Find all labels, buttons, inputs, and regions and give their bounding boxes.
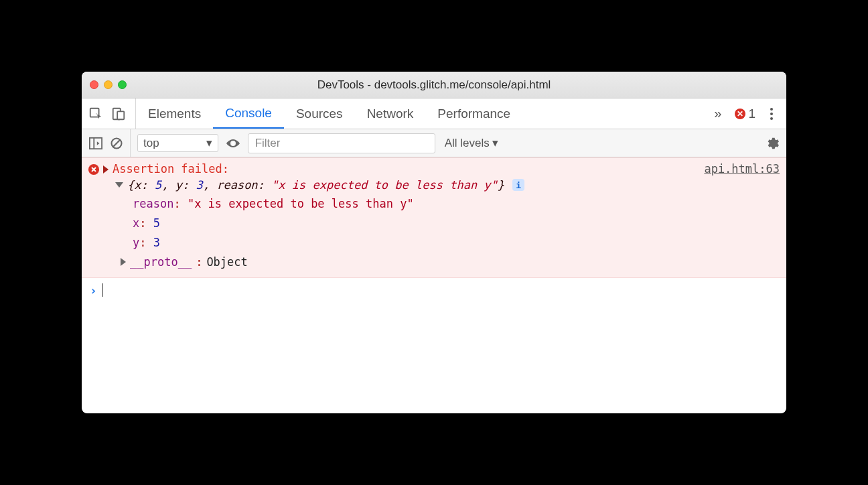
console-error-entry: Assertion failed: api.html:63 {x: 5, y: … bbox=[82, 157, 786, 278]
prop-row-proto[interactable]: __proto__: Object bbox=[121, 253, 780, 272]
info-icon[interactable]: i bbox=[512, 179, 524, 191]
prop-val: "x is expected to be less than y" bbox=[188, 197, 414, 210]
proto-val: Object bbox=[206, 253, 247, 272]
assertion-failed-label: Assertion failed: bbox=[113, 162, 229, 176]
kebab-menu-button[interactable] bbox=[764, 108, 780, 120]
prop-key: y bbox=[133, 236, 139, 249]
window-title: DevTools - devtools.glitch.me/console/ap… bbox=[82, 78, 786, 92]
text-cursor bbox=[102, 283, 103, 297]
prop-row-y[interactable]: y: 3 bbox=[133, 233, 780, 253]
preview-key-x: x bbox=[134, 178, 141, 192]
error-icon: ✕ bbox=[735, 109, 745, 119]
tab-console[interactable]: Console bbox=[213, 98, 284, 129]
prop-val: 3 bbox=[153, 236, 160, 249]
gear-icon[interactable] bbox=[765, 136, 780, 151]
prop-key: reason bbox=[133, 197, 173, 210]
error-count: 1 bbox=[748, 107, 755, 121]
preview-key-reason: reason bbox=[216, 178, 257, 192]
preview-val-x: 5 bbox=[155, 178, 161, 192]
brace: } bbox=[498, 178, 504, 192]
source-link[interactable]: api.html:63 bbox=[704, 162, 780, 176]
svg-rect-2 bbox=[117, 111, 124, 119]
console-prompt[interactable]: › bbox=[82, 278, 786, 303]
tab-sources[interactable]: Sources bbox=[284, 98, 355, 129]
object-properties: reason: "x is expected to be less than y… bbox=[88, 192, 780, 272]
live-expression-icon[interactable] bbox=[225, 137, 241, 149]
prompt-caret-icon: › bbox=[90, 283, 97, 297]
proto-key: __proto__ bbox=[130, 253, 192, 272]
console-toolbar: top ▾ All levels ▾ bbox=[82, 129, 786, 157]
object-preview[interactable]: {x: 5, y: 3, reason: "x is expected to b… bbox=[127, 178, 504, 192]
execution-context-selector[interactable]: top ▾ bbox=[137, 134, 218, 152]
tab-network[interactable]: Network bbox=[355, 98, 426, 129]
svg-marker-5 bbox=[97, 141, 100, 145]
expand-toggle-icon[interactable] bbox=[121, 258, 126, 266]
context-label: top bbox=[143, 137, 159, 150]
svg-point-8 bbox=[232, 142, 234, 145]
titlebar: DevTools - devtools.glitch.me/console/ap… bbox=[82, 72, 786, 98]
svg-rect-3 bbox=[90, 137, 102, 148]
preview-val-reason: "x is expected to be less than y" bbox=[271, 178, 498, 192]
clear-console-icon[interactable] bbox=[110, 137, 123, 150]
prop-row-x[interactable]: x: 5 bbox=[133, 214, 780, 233]
overflow-tabs-button[interactable]: » bbox=[709, 106, 727, 121]
error-icon bbox=[88, 164, 99, 175]
console-sidebar-toggle-icon[interactable] bbox=[88, 137, 103, 150]
svg-line-7 bbox=[113, 140, 120, 147]
device-toolbar-icon[interactable] bbox=[111, 107, 126, 121]
collapse-toggle-icon[interactable] bbox=[115, 182, 123, 188]
inspect-element-icon[interactable] bbox=[88, 107, 103, 121]
console-output: Assertion failed: api.html:63 {x: 5, y: … bbox=[82, 157, 786, 413]
chevron-down-icon: ▾ bbox=[206, 136, 212, 150]
devtools-window: DevTools - devtools.glitch.me/console/ap… bbox=[82, 72, 786, 413]
preview-key-y: y bbox=[175, 178, 182, 192]
preview-val-y: 3 bbox=[196, 178, 202, 192]
prop-row-reason[interactable]: reason: "x is expected to be less than y… bbox=[133, 194, 780, 214]
prop-key: x bbox=[133, 216, 139, 230]
prop-val: 5 bbox=[153, 216, 160, 230]
brace: { bbox=[127, 178, 134, 192]
panel-tabbar: Elements Console Sources Network Perform… bbox=[82, 98, 786, 129]
tab-elements[interactable]: Elements bbox=[136, 98, 213, 129]
tab-performance[interactable]: Performance bbox=[425, 98, 522, 129]
filter-input[interactable] bbox=[248, 133, 435, 153]
error-count-badge[interactable]: ✕ 1 bbox=[735, 107, 755, 121]
log-levels-dropdown[interactable]: All levels ▾ bbox=[445, 136, 499, 150]
expand-toggle-icon[interactable] bbox=[103, 165, 108, 174]
